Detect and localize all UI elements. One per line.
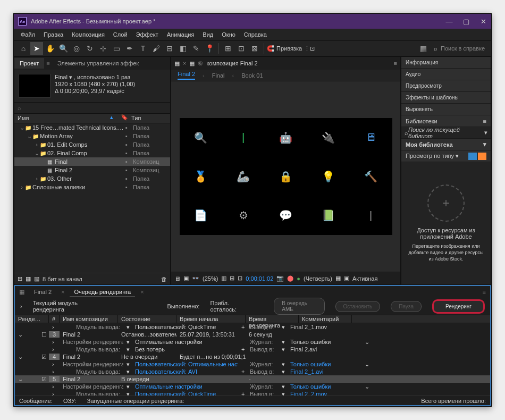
add-circle-icon[interactable]: +	[427, 184, 465, 222]
grid-view-icon[interactable]	[468, 153, 477, 160]
project-tree[interactable]: ⌄📁15 Free…mated Technical Icons.aep▪Папк…	[14, 123, 170, 273]
resolution-icon[interactable]: ▥	[221, 275, 226, 282]
tree-row[interactable]: ⌄📁02. Final Comp▪Папка	[14, 149, 170, 157]
world-axis-icon[interactable]: ⊡	[235, 42, 248, 55]
grid-icon[interactable]: ⊞	[230, 275, 234, 282]
tree-row[interactable]: ›📁03. Other▪Папка	[14, 174, 170, 183]
view-mode-icon[interactable]: ▦	[335, 275, 341, 282]
hand-tool[interactable]: ✋	[44, 42, 56, 55]
folder-icon[interactable]: ▦	[26, 275, 31, 282]
quality-value[interactable]: (Четверть)	[304, 275, 332, 282]
subtab-Final[interactable]: Final	[212, 72, 225, 79]
eraser-tool[interactable]: ◧	[176, 42, 189, 55]
menu-Правка[interactable]: Правка	[40, 30, 67, 39]
queue-row[interactable]: ›Модуль вывода:▾Пользовательский: QuickT…	[15, 323, 490, 331]
library-search[interactable]: ⌕ Поиск по текущей библиот ▾	[401, 127, 491, 139]
display-icon[interactable]: 🖥	[174, 275, 180, 282]
tree-row[interactable]: ▦Final 2▪Композиц	[14, 166, 170, 174]
maximize-button[interactable]: ▢	[462, 18, 470, 26]
library-selector[interactable]: Моя библиотека▾	[401, 139, 491, 150]
shape-tool[interactable]: ▭	[110, 42, 123, 55]
draft-icon[interactable]: ▣	[344, 275, 349, 282]
chevron-right-icon[interactable]: ›	[20, 303, 22, 309]
queue-row[interactable]: ⌄☑4Final 2Не в очередиБудет п…но из 0;00…	[15, 353, 490, 360]
rotate-tool[interactable]: ↻	[83, 42, 96, 55]
pause-button[interactable]: Пауза	[391, 301, 422, 312]
selection-tool[interactable]: ➤	[30, 42, 43, 55]
ame-queue-button[interactable]: В очередь AME	[274, 298, 324, 315]
mask-icon[interactable]: ▣	[183, 275, 189, 282]
puppet-tool[interactable]: 📍	[203, 42, 216, 55]
panel-menu-icon[interactable]: ≡	[483, 289, 486, 295]
snapshot-icon[interactable]: 📷	[276, 275, 284, 282]
menu-Эффект[interactable]: Эффект	[132, 30, 162, 39]
queue-row[interactable]: ›Модуль вывода:▾Без потерь+Вывод в:▾Fina…	[15, 346, 490, 353]
queue-row[interactable]: ›Модуль вывода:▾Пользовательский: QuickT…	[15, 390, 490, 396]
menu-Анимация[interactable]: Анимация	[163, 30, 198, 39]
tree-row[interactable]: ▦Final▪Композиц	[14, 157, 170, 166]
workspace-icon[interactable]: ▦	[417, 42, 430, 55]
panel-Аудио[interactable]: Аудио	[401, 69, 491, 80]
orbit-tool[interactable]: ◎	[70, 42, 83, 55]
queue-row[interactable]: ⌄☐3Final 2Останов…зователем25.07.2019, 1…	[15, 331, 490, 338]
queue-row[interactable]: ›Настройки рендеринга:▾Оптимальные настр…	[15, 338, 490, 346]
panel-Предпросмотр[interactable]: Предпросмотр	[401, 80, 491, 92]
tab-render-queue[interactable]: Очередь рендеринга	[70, 287, 135, 297]
libraries-header[interactable]: Библиотеки≡	[401, 115, 491, 127]
tree-row[interactable]: ›📁01. Edit Comps▪Папка	[14, 140, 170, 149]
camera-label[interactable]: Активная	[352, 275, 377, 282]
pen-tool[interactable]: ✒	[123, 42, 136, 55]
subtab-Final 2[interactable]: Final 2	[178, 71, 195, 80]
brush-tool[interactable]: 🖌	[150, 42, 163, 55]
tree-row[interactable]: ⌄📁15 Free…mated Technical Icons.aep▪Папк…	[14, 123, 170, 132]
menu-Файл[interactable]: Файл	[17, 30, 39, 39]
tab-effect-controls[interactable]: Элементы управления эффек	[52, 58, 145, 69]
zoom-value[interactable]: (25%)	[203, 275, 218, 282]
clone-tool[interactable]: ⊟	[163, 42, 176, 55]
snap-toggle[interactable]: 🧲 Привязка ⋮⊡	[267, 45, 315, 52]
region-icon[interactable]: ⬤	[287, 275, 293, 282]
home-tool[interactable]: ⌂	[17, 42, 30, 55]
queue-body[interactable]: ›Модуль вывода:▾Пользовательский: QuickT…	[15, 323, 490, 396]
timecode[interactable]: 0;00;01;02	[246, 275, 273, 282]
panel-Информация[interactable]: Информация	[401, 57, 491, 69]
panel-menu-icon[interactable]: ≡	[44, 60, 52, 66]
menu-Справка[interactable]: Справка	[240, 30, 271, 39]
roto-tool[interactable]: ✎	[190, 42, 203, 55]
project-search[interactable]: ⌕	[14, 102, 170, 114]
queue-row[interactable]: ⌄☑5Final 2В очереди-	[15, 375, 490, 383]
titlebar[interactable]: Ae Adobe After Effects - Безымянный прое…	[14, 14, 491, 29]
search-input[interactable]: Поиск в справке	[441, 45, 485, 52]
zoom-tool[interactable]: 🔍	[57, 42, 70, 55]
stop-button[interactable]: Остановить	[335, 301, 381, 312]
close-button[interactable]: ✕	[479, 18, 487, 26]
menu-Вид[interactable]: Вид	[199, 30, 217, 39]
guides-icon[interactable]: ⊡	[238, 275, 242, 282]
anchor-tool[interactable]: ⊹	[97, 42, 110, 55]
viewport[interactable]: 🔍|🤖🔌🖥🏅🦾🔒💡🔨📄⚙💬📗|	[171, 81, 400, 272]
panel-Эффекты и шаблоны[interactable]: Эффекты и шаблоны	[401, 92, 491, 104]
subtab-Book 01[interactable]: Book 01	[241, 72, 263, 79]
queue-row[interactable]: ›Настройки рендеринга:▾Оптимальные настр…	[15, 383, 490, 390]
panel-menu-icon[interactable]: ≡	[483, 118, 486, 124]
comp-icon[interactable]: ▧	[34, 275, 39, 282]
tab-project[interactable]: Проект	[14, 58, 44, 69]
delete-icon[interactable]: 🗑	[161, 276, 167, 282]
queue-row[interactable]: ›Настройки рендеринга:▾Пользовательский:…	[15, 360, 490, 368]
view-axis-icon[interactable]: ⊠	[248, 42, 261, 55]
layout-icon[interactable]: ▦	[174, 60, 180, 67]
queue-row[interactable]: ›Модуль вывода:▾Пользовательский: AVI+Вы…	[15, 368, 490, 375]
panel-menu-icon[interactable]: ≡	[394, 60, 397, 66]
menu-Слой[interactable]: Слой	[110, 30, 131, 39]
panel-Выровнять[interactable]: Выровнять	[401, 104, 491, 115]
tree-row[interactable]: ›📁Сплошные заливки▪Папка	[14, 183, 170, 191]
library-view-mode[interactable]: Просмотр по типу ▾	[401, 150, 491, 162]
tree-row[interactable]: ⌄📁Motion Array▪Папка	[14, 132, 170, 140]
menu-Окно[interactable]: Окно	[218, 30, 239, 39]
channel-icon[interactable]: ●	[297, 275, 300, 282]
tab-comp-final2[interactable]: Final 2	[30, 287, 56, 297]
menu-Композиция[interactable]: Композиция	[68, 30, 108, 39]
minimize-button[interactable]: —	[445, 18, 453, 26]
local-axis-icon[interactable]: ⊞	[222, 42, 234, 55]
toggle-transparent-icon[interactable]: 👓	[192, 275, 199, 282]
